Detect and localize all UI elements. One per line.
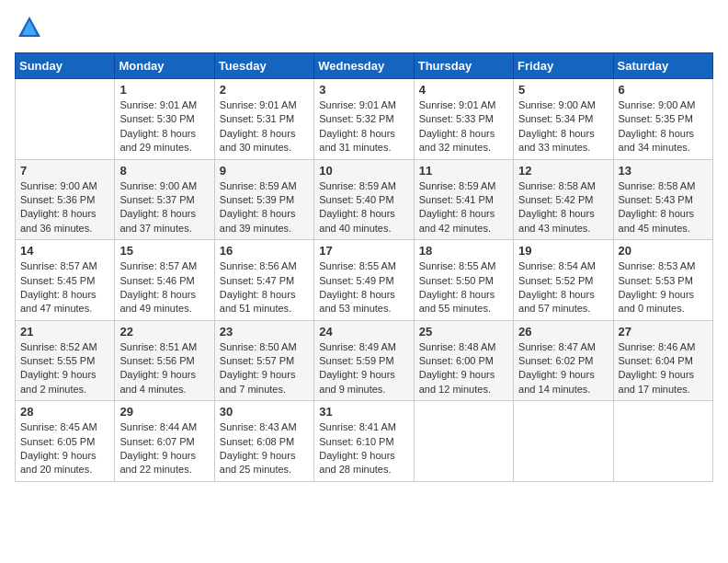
- calendar-cell: 10Sunrise: 8:59 AMSunset: 5:40 PMDayligh…: [314, 159, 414, 240]
- day-number: 22: [119, 325, 209, 339]
- day-info: Sunrise: 8:58 AMSunset: 5:42 PMDaylight:…: [518, 179, 608, 236]
- day-number: 7: [20, 164, 109, 178]
- day-info: Sunrise: 8:55 AMSunset: 5:50 PMDaylight:…: [419, 259, 508, 316]
- logo-icon: [17, 15, 42, 40]
- calendar-cell: 30Sunrise: 8:43 AMSunset: 6:08 PMDayligh…: [214, 401, 313, 482]
- weekday-header-monday: Monday: [115, 53, 214, 79]
- calendar-cell: 4Sunrise: 9:01 AMSunset: 5:33 PMDaylight…: [414, 79, 513, 160]
- calendar-cell: 23Sunrise: 8:50 AMSunset: 5:57 PMDayligh…: [214, 320, 313, 401]
- day-number: 30: [220, 405, 309, 419]
- day-info: Sunrise: 8:53 AMSunset: 5:53 PMDaylight:…: [619, 259, 708, 316]
- calendar-cell: 5Sunrise: 9:00 AMSunset: 5:34 PMDaylight…: [514, 79, 613, 160]
- calendar-cell: 12Sunrise: 8:58 AMSunset: 5:42 PMDayligh…: [514, 159, 613, 240]
- calendar-cell: 28Sunrise: 8:45 AMSunset: 6:05 PMDayligh…: [16, 401, 115, 482]
- day-number: 25: [419, 325, 508, 339]
- day-info: Sunrise: 8:58 AMSunset: 5:43 PMDaylight:…: [619, 179, 708, 236]
- calendar-week-5: 28Sunrise: 8:45 AMSunset: 6:05 PMDayligh…: [16, 401, 713, 482]
- day-info: Sunrise: 9:01 AMSunset: 5:32 PMDaylight:…: [319, 98, 408, 155]
- day-number: 27: [619, 325, 708, 339]
- day-info: Sunrise: 8:57 AMSunset: 5:46 PMDaylight:…: [119, 259, 209, 316]
- weekday-header-thursday: Thursday: [414, 53, 513, 79]
- day-info: Sunrise: 9:01 AMSunset: 5:33 PMDaylight:…: [419, 98, 508, 155]
- day-info: Sunrise: 8:46 AMSunset: 6:04 PMDaylight:…: [619, 340, 708, 397]
- day-info: Sunrise: 9:01 AMSunset: 5:31 PMDaylight:…: [220, 98, 309, 155]
- day-info: Sunrise: 8:59 AMSunset: 5:41 PMDaylight:…: [419, 179, 508, 236]
- day-info: Sunrise: 9:00 AMSunset: 5:35 PMDaylight:…: [619, 98, 708, 155]
- day-info: Sunrise: 8:43 AMSunset: 6:08 PMDaylight:…: [220, 420, 309, 477]
- calendar-cell: 27Sunrise: 8:46 AMSunset: 6:04 PMDayligh…: [613, 320, 712, 401]
- weekday-header-wednesday: Wednesday: [314, 53, 414, 79]
- calendar-cell: 21Sunrise: 8:52 AMSunset: 5:55 PMDayligh…: [16, 320, 115, 401]
- calendar-cell: [613, 401, 712, 482]
- day-number: 16: [220, 244, 309, 258]
- day-number: 1: [119, 83, 209, 97]
- day-number: 3: [319, 83, 408, 97]
- calendar-cell: 2Sunrise: 9:01 AMSunset: 5:31 PMDaylight…: [214, 79, 313, 160]
- calendar-cell: 8Sunrise: 9:00 AMSunset: 5:37 PMDaylight…: [115, 159, 214, 240]
- day-number: 9: [220, 164, 309, 178]
- calendar-week-3: 14Sunrise: 8:57 AMSunset: 5:45 PMDayligh…: [16, 240, 713, 321]
- calendar-cell: 19Sunrise: 8:54 AMSunset: 5:52 PMDayligh…: [514, 240, 613, 321]
- day-number: 8: [119, 164, 209, 178]
- day-info: Sunrise: 8:55 AMSunset: 5:49 PMDaylight:…: [319, 259, 408, 316]
- calendar-cell: 17Sunrise: 8:55 AMSunset: 5:49 PMDayligh…: [314, 240, 414, 321]
- day-number: 15: [119, 244, 209, 258]
- day-info: Sunrise: 8:59 AMSunset: 5:39 PMDaylight:…: [220, 179, 309, 236]
- day-number: 12: [518, 164, 608, 178]
- day-info: Sunrise: 8:59 AMSunset: 5:40 PMDaylight:…: [319, 179, 408, 236]
- calendar-cell: [16, 79, 115, 160]
- day-info: Sunrise: 9:00 AMSunset: 5:34 PMDaylight:…: [518, 98, 608, 155]
- weekday-header-tuesday: Tuesday: [214, 53, 313, 79]
- weekday-row: SundayMondayTuesdayWednesdayThursdayFrid…: [16, 53, 713, 79]
- day-number: 18: [419, 244, 508, 258]
- calendar-cell: [514, 401, 613, 482]
- calendar-cell: 18Sunrise: 8:55 AMSunset: 5:50 PMDayligh…: [414, 240, 513, 321]
- calendar-week-4: 21Sunrise: 8:52 AMSunset: 5:55 PMDayligh…: [16, 320, 713, 401]
- calendar-cell: 31Sunrise: 8:41 AMSunset: 6:10 PMDayligh…: [314, 401, 414, 482]
- day-number: 4: [419, 83, 508, 97]
- calendar-cell: 11Sunrise: 8:59 AMSunset: 5:41 PMDayligh…: [414, 159, 513, 240]
- day-info: Sunrise: 8:52 AMSunset: 5:55 PMDaylight:…: [20, 340, 109, 397]
- weekday-header-sunday: Sunday: [16, 53, 115, 79]
- day-number: 5: [518, 83, 608, 97]
- calendar-table: SundayMondayTuesdayWednesdayThursdayFrid…: [15, 52, 713, 482]
- calendar-cell: 7Sunrise: 9:00 AMSunset: 5:36 PMDaylight…: [16, 159, 115, 240]
- day-number: 11: [419, 164, 508, 178]
- day-number: 26: [518, 325, 608, 339]
- day-number: 31: [319, 405, 408, 419]
- day-info: Sunrise: 8:51 AMSunset: 5:56 PMDaylight:…: [119, 340, 209, 397]
- calendar-cell: 26Sunrise: 8:47 AMSunset: 6:02 PMDayligh…: [514, 320, 613, 401]
- day-info: Sunrise: 9:00 AMSunset: 5:36 PMDaylight:…: [20, 179, 109, 236]
- logo-text: [15, 15, 42, 45]
- day-info: Sunrise: 8:45 AMSunset: 6:05 PMDaylight:…: [20, 420, 109, 477]
- calendar-body: 1Sunrise: 9:01 AMSunset: 5:30 PMDaylight…: [16, 79, 713, 482]
- day-number: 28: [20, 405, 109, 419]
- day-info: Sunrise: 8:49 AMSunset: 5:59 PMDaylight:…: [319, 340, 408, 397]
- day-number: 13: [619, 164, 708, 178]
- day-info: Sunrise: 8:48 AMSunset: 6:00 PMDaylight:…: [419, 340, 508, 397]
- day-info: Sunrise: 8:54 AMSunset: 5:52 PMDaylight:…: [518, 259, 608, 316]
- logo: [15, 15, 42, 45]
- day-number: 21: [20, 325, 109, 339]
- calendar-cell: 3Sunrise: 9:01 AMSunset: 5:32 PMDaylight…: [314, 79, 414, 160]
- day-number: 10: [319, 164, 408, 178]
- day-info: Sunrise: 8:50 AMSunset: 5:57 PMDaylight:…: [220, 340, 309, 397]
- day-info: Sunrise: 8:41 AMSunset: 6:10 PMDaylight:…: [319, 420, 408, 477]
- day-number: 19: [518, 244, 608, 258]
- day-info: Sunrise: 8:57 AMSunset: 5:45 PMDaylight:…: [20, 259, 109, 316]
- calendar-cell: 1Sunrise: 9:01 AMSunset: 5:30 PMDaylight…: [115, 79, 214, 160]
- calendar-cell: 22Sunrise: 8:51 AMSunset: 5:56 PMDayligh…: [115, 320, 214, 401]
- page-header: [15, 15, 713, 45]
- weekday-header-saturday: Saturday: [613, 53, 712, 79]
- day-number: 20: [619, 244, 708, 258]
- day-info: Sunrise: 8:47 AMSunset: 6:02 PMDaylight:…: [518, 340, 608, 397]
- day-info: Sunrise: 8:44 AMSunset: 6:07 PMDaylight:…: [119, 420, 209, 477]
- day-number: 14: [20, 244, 109, 258]
- calendar-header: SundayMondayTuesdayWednesdayThursdayFrid…: [16, 53, 713, 79]
- calendar-cell: 9Sunrise: 8:59 AMSunset: 5:39 PMDaylight…: [214, 159, 313, 240]
- day-number: 24: [319, 325, 408, 339]
- day-number: 6: [619, 83, 708, 97]
- calendar-cell: 6Sunrise: 9:00 AMSunset: 5:35 PMDaylight…: [613, 79, 712, 160]
- day-number: 2: [220, 83, 309, 97]
- calendar-cell: 24Sunrise: 8:49 AMSunset: 5:59 PMDayligh…: [314, 320, 414, 401]
